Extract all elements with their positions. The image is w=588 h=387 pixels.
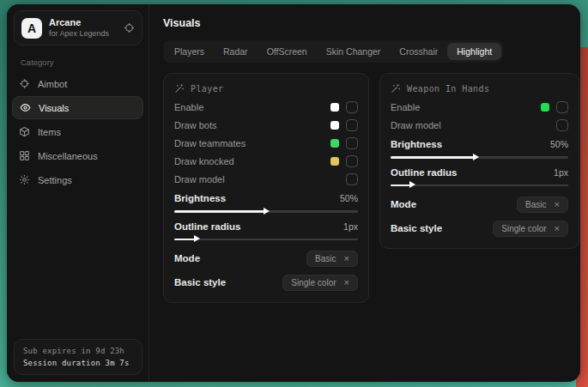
color-swatch[interactable] (541, 103, 549, 112)
slider-track[interactable] (391, 184, 568, 187)
slider-thumb[interactable] (264, 208, 270, 215)
tab-radar[interactable]: Radar (214, 43, 258, 60)
tab-players[interactable]: Players (165, 43, 214, 60)
slider-value: 1px (554, 167, 568, 178)
sidebar-item-settings[interactable]: Settings (12, 168, 143, 191)
checkbox[interactable] (346, 137, 358, 149)
chip-row-label: Basic style (391, 223, 442, 233)
sidebar-item-label: Visuals (39, 103, 69, 113)
chip-row-basic-style: Basic styleSingle color× (391, 217, 568, 239)
panels-container: PlayerEnableDraw botsDraw teammatesDraw … (163, 73, 579, 303)
slider-value: 50% (550, 139, 568, 149)
chip-label: Basic (315, 254, 336, 263)
sidebar-item-aimbot[interactable]: Aimbot (12, 72, 143, 95)
slider-track[interactable] (174, 239, 358, 241)
toggle-label: Draw teammates (174, 138, 246, 148)
color-swatch[interactable] (330, 139, 339, 148)
page-title: Visuals (163, 17, 579, 29)
slider-track[interactable] (391, 156, 568, 159)
panel-header: Weapon In Hands (391, 83, 568, 94)
chip-remove-icon[interactable]: × (344, 278, 349, 287)
target-icon[interactable] (124, 22, 135, 33)
sidebar: A Arcane for Apex Legends Category Aimbo… (7, 4, 149, 382)
toggle-row-draw-knocked: Draw knocked (174, 152, 358, 170)
toggle-row-draw-model: Draw model (174, 170, 358, 188)
toggle-row-draw-teammates: Draw teammates (174, 134, 358, 152)
wand-icon (391, 83, 401, 94)
slider-fill (174, 210, 266, 213)
toggle-row-draw-bots: Draw bots (174, 116, 358, 134)
tab-skin-changer[interactable]: Skin Changer (317, 43, 391, 60)
chip-row-mode: ModeBasic× (174, 247, 358, 269)
checkbox[interactable] (556, 101, 568, 113)
slider-label: Brightness (391, 139, 442, 149)
chip-remove-icon[interactable]: × (555, 200, 560, 209)
toggle-row-enable: Enable (174, 98, 358, 116)
chip-row-mode: ModeBasic× (391, 193, 568, 215)
sidebar-item-label: Items (38, 127, 61, 137)
toggle-row-draw-model: Draw model (391, 116, 568, 134)
chip-remove-icon[interactable]: × (344, 254, 349, 263)
toggle-row-enable: Enable (391, 98, 568, 116)
slider-track[interactable] (174, 210, 358, 213)
category-label: Category (21, 57, 149, 67)
slider-thumb[interactable] (409, 181, 415, 188)
checkbox[interactable] (556, 119, 568, 131)
checkbox[interactable] (346, 155, 358, 167)
sidebar-item-label: Aimbot (38, 79, 67, 89)
toggle-controls (556, 119, 568, 131)
sidebar-item-label: Miscellaneous (38, 151, 98, 161)
chip-row-label: Mode (391, 199, 416, 209)
toggle-label: Draw bots (174, 120, 217, 130)
app-logo: A (21, 18, 42, 39)
misc-grid-icon (19, 150, 30, 161)
toggle-label: Draw model (174, 174, 225, 184)
toggle-label: Draw knocked (174, 156, 234, 166)
chip-label: Basic (525, 200, 546, 209)
toggle-controls (330, 155, 358, 167)
panel-header: Player (174, 83, 358, 94)
chip-remove-icon[interactable]: × (555, 224, 560, 233)
tab-crosshair[interactable]: Crosshair (390, 43, 447, 60)
color-swatch[interactable] (330, 157, 339, 166)
visuals-eye-icon (20, 102, 31, 113)
app-subtitle: for Apex Legends (49, 28, 117, 39)
sidebar-item-visuals[interactable]: Visuals (12, 96, 143, 119)
chip-single-color[interactable]: Single color× (282, 275, 358, 291)
tab-offscreen[interactable]: OffScreen (258, 43, 317, 60)
main-content: Visuals PlayersRadarOffScreenSkin Change… (149, 4, 580, 382)
chip-basic[interactable]: Basic× (517, 197, 568, 213)
slider-label: Outline radius (391, 167, 457, 178)
slider-thumb[interactable] (473, 154, 479, 160)
chip-row-label: Mode (174, 253, 200, 263)
chip-basic[interactable]: Basic× (306, 251, 358, 267)
sidebar-item-label: Settings (38, 175, 72, 185)
slider-row-outline-radius: Outline radius1px (391, 166, 568, 187)
wand-icon (174, 83, 185, 94)
color-swatch[interactable] (330, 103, 339, 112)
sidebar-item-items[interactable]: Items (12, 120, 143, 143)
checkbox[interactable] (346, 101, 358, 113)
checkbox[interactable] (346, 119, 358, 131)
chip-label: Single color (501, 224, 546, 233)
chip-label: Single color (291, 278, 336, 287)
items-cube-icon (19, 126, 30, 137)
tab-bar: PlayersRadarOffScreenSkin ChangerCrossha… (163, 40, 503, 63)
toggle-controls (330, 101, 358, 113)
slider-value: 1px (343, 221, 358, 232)
slider-fill (391, 156, 476, 159)
tab-highlight[interactable]: Highlight (447, 43, 501, 60)
chip-single-color[interactable]: Single color× (493, 221, 568, 237)
slider-thumb[interactable] (194, 235, 200, 242)
subscription-info-card: Sub expires in 9d 23h Session duration 3… (14, 339, 142, 375)
toggle-controls (330, 137, 358, 149)
aimbot-crosshair-icon (19, 78, 30, 89)
session-duration-text: Session duration 3m 7s (23, 359, 133, 367)
slider-row-outline-radius: Outline radius1px (174, 220, 358, 241)
color-swatch[interactable] (330, 121, 339, 130)
toggle-label: Enable (174, 102, 203, 112)
checkbox[interactable] (346, 173, 358, 185)
cheat-menu-window: A Arcane for Apex Legends Category Aimbo… (7, 4, 580, 382)
toggle-controls (541, 101, 568, 113)
sidebar-item-miscellaneous[interactable]: Miscellaneous (12, 144, 143, 167)
